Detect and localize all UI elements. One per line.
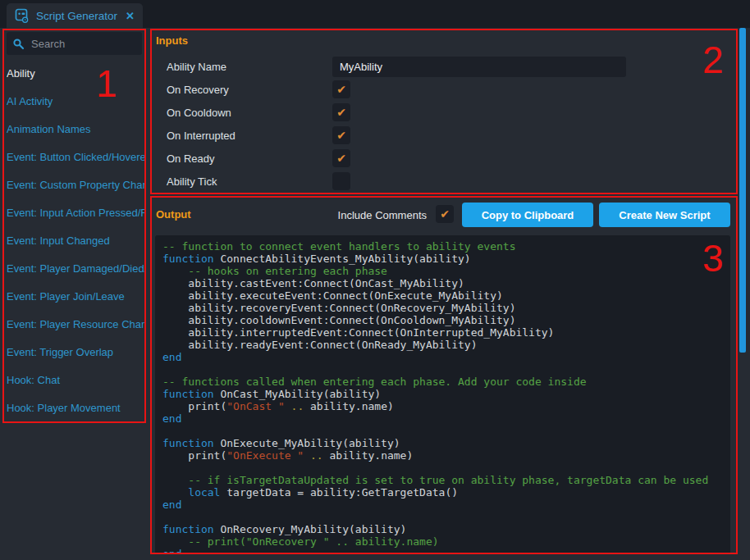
ability-name-input[interactable] <box>332 57 626 77</box>
script-generator-icon <box>15 8 30 24</box>
checkbox[interactable]: ✔ <box>332 80 350 98</box>
search-box[interactable] <box>7 32 142 55</box>
sidebar-item[interactable]: Event: Input Action Pressed/Released <box>7 198 144 226</box>
inputs-form: Ability NameOn Recovery✔On Cooldown✔On I… <box>167 55 725 193</box>
checkbox[interactable] <box>332 172 350 190</box>
include-comments-checkbox[interactable]: ✔ <box>436 205 454 223</box>
code-line: ability.cooldownEvent:Connect(OnCooldown… <box>162 314 730 326</box>
code-line: end <box>162 548 730 554</box>
input-label: On Interrupted <box>167 130 332 142</box>
input-row: On Ready✔ <box>167 147 725 170</box>
code-line: -- print("OnRecovery " .. ability.name) <box>162 535 730 548</box>
code-line: -- hooks on entering each phase <box>162 265 730 277</box>
sidebar-item[interactable]: Event: Custom Property Changed <box>7 171 144 198</box>
copy-to-clipboard-button[interactable]: Copy to Clipboard <box>462 203 593 227</box>
code-line: ability.readyEvent:Connect(OnReady_MyAbi… <box>162 339 730 351</box>
input-row: Ability Name <box>167 55 725 78</box>
code-line: end <box>162 351 730 363</box>
inputs-panel-header: Inputs <box>156 34 188 47</box>
sidebar-item[interactable]: Event: Player Resource Changed <box>7 310 144 338</box>
generated-code-output[interactable]: -- function to connect event handlers to… <box>155 235 730 554</box>
tab-bar: Script Generator ✕ <box>0 0 750 28</box>
search-icon <box>12 38 25 50</box>
sidebar-item[interactable]: Ability <box>7 59 144 87</box>
code-line: print("OnCast " .. ability.name) <box>162 400 730 412</box>
sidebar-item[interactable]: Hook: Chat <box>7 366 144 394</box>
tab-title: Script Generator <box>36 10 117 22</box>
sidebar-item[interactable]: Hook: Player Movement <box>7 394 144 421</box>
sidebar-item[interactable]: Event: Player Join/Leave <box>7 282 144 310</box>
input-label: On Recovery <box>167 84 332 96</box>
checkbox[interactable]: ✔ <box>332 103 350 121</box>
code-line: end <box>162 499 730 511</box>
output-panel-header: Output <box>156 208 191 221</box>
sidebar-item[interactable]: Event: Trigger Overlap <box>7 338 144 366</box>
tab-close-icon[interactable]: ✕ <box>126 10 135 22</box>
sidebar-item[interactable]: Event: Input Changed <box>7 226 144 254</box>
sidebar-item[interactable]: AI Activity <box>7 87 144 115</box>
code-line: ability.executeEvent:Connect(OnExecute_M… <box>162 289 730 302</box>
sidebar-list: AbilityAI ActivityAnimation NamesEvent: … <box>7 59 144 421</box>
code-line <box>162 462 730 474</box>
include-comments-label: Include Comments <box>304 209 427 221</box>
input-row: Ability Tick <box>167 170 725 193</box>
code-line <box>162 363 730 376</box>
code-line: function OnCast_MyAbility(ability) <box>162 388 730 400</box>
code-line <box>162 511 730 523</box>
code-line: local targetData = ability:GetTargetData… <box>162 486 730 499</box>
input-label: Ability Tick <box>167 175 332 188</box>
sidebar-item[interactable]: Animation Names <box>7 115 144 143</box>
code-line <box>162 425 730 437</box>
code-line: end <box>162 412 730 425</box>
input-label: Ability Name <box>167 61 332 73</box>
sidebar-item[interactable]: Event: Button Clicked/Hovered <box>7 143 144 171</box>
code-line: ability.recoveryEvent:Connect(OnRecovery… <box>162 302 730 314</box>
code-line: ability.interruptedEvent:Connect(OnInter… <box>162 326 730 339</box>
checkbox[interactable]: ✔ <box>332 126 350 144</box>
input-label: On Cooldown <box>167 107 332 119</box>
checkbox[interactable]: ✔ <box>332 149 350 167</box>
create-new-script-button[interactable]: Create New Script <box>599 203 730 227</box>
code-line: print("OnExecute " .. ability.name) <box>162 449 730 462</box>
vertical-scrollbar[interactable] <box>739 28 746 353</box>
code-line: function OnRecovery_MyAbility(ability) <box>162 523 730 535</box>
code-line: -- function to connect event handlers to… <box>162 240 730 253</box>
input-row: On Cooldown✔ <box>167 101 725 124</box>
input-row: On Interrupted✔ <box>167 124 725 147</box>
code-line: -- if isTargetDataUpdated is set to true… <box>162 474 730 486</box>
sidebar-item[interactable]: Event: Player Damaged/Died/Respawned <box>7 254 144 282</box>
code-line: function ConnectAbilityEvents_MyAbility(… <box>162 253 730 265</box>
code-line: function OnExecute_MyAbility(ability) <box>162 437 730 449</box>
search-input[interactable] <box>30 37 127 51</box>
script-generator-window: Script Generator ✕ AbilityAI ActivityAni… <box>0 0 750 560</box>
input-row: On Recovery✔ <box>167 78 725 101</box>
code-line: -- functions called when entering each p… <box>162 376 730 388</box>
input-label: On Ready <box>167 153 332 165</box>
code-line: ability.castEvent:Connect(OnCast_MyAbili… <box>162 277 730 289</box>
tab-script-generator[interactable]: Script Generator ✕ <box>7 3 143 28</box>
